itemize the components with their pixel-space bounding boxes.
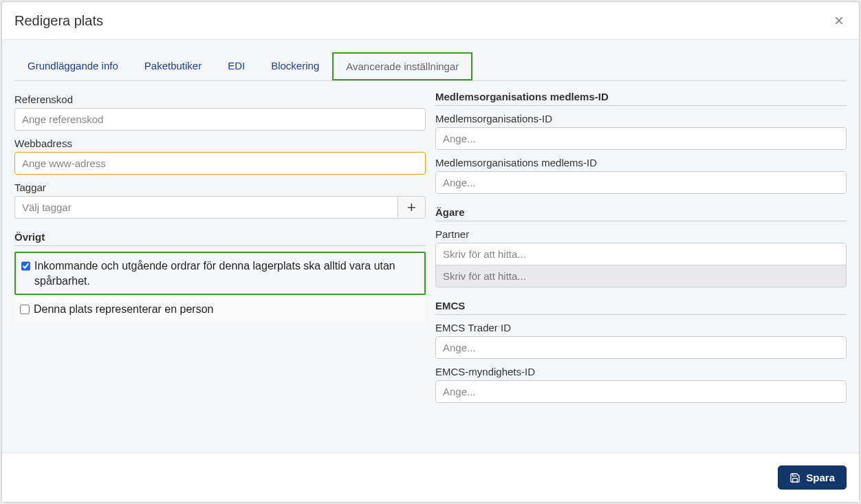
modal-header: Redigera plats × bbox=[2, 2, 859, 40]
emcs-authority-id-label: EMCS-myndighets-ID bbox=[435, 366, 847, 377]
reference-code-label: Referenskod bbox=[14, 94, 426, 105]
memberorg-id-label: Medlemsorganisations-ID bbox=[435, 113, 847, 124]
memberorg-id-input[interactable] bbox=[435, 127, 847, 150]
tags-add-button[interactable]: + bbox=[397, 196, 426, 219]
partner-label: Partner bbox=[435, 228, 847, 240]
untraceable-orders-row[interactable]: Inkommande och utgående ordrar för denna… bbox=[14, 252, 426, 295]
untraceable-orders-checkbox[interactable] bbox=[21, 261, 30, 271]
untraceable-orders-label: Inkommande och utgående ordrar för denna… bbox=[34, 259, 419, 288]
reference-code-input[interactable] bbox=[14, 108, 426, 131]
tab-blocking[interactable]: Blockering bbox=[258, 52, 332, 80]
tab-package-stores[interactable]: Paketbutiker bbox=[131, 52, 215, 80]
right-column: Medlemsorganisations medlems-ID Medlemso… bbox=[435, 87, 847, 403]
save-button[interactable]: Spara bbox=[778, 465, 847, 490]
memberorg-section-header: Medlemsorganisations medlems-ID bbox=[435, 91, 847, 106]
emcs-section-header: EMCS bbox=[435, 300, 847, 315]
memberorg-member-id-label: Medlemsorganisations medlems-ID bbox=[435, 157, 847, 168]
tab-advanced-settings[interactable]: Avancerade inställningar bbox=[332, 52, 472, 80]
other-section-header: Övrigt bbox=[14, 231, 426, 246]
emcs-authority-id-input[interactable] bbox=[435, 380, 847, 403]
partner-secondary-input: Skriv för att hitta... bbox=[435, 265, 847, 287]
modal-title: Redigera plats bbox=[14, 13, 103, 29]
close-button[interactable]: × bbox=[831, 12, 847, 29]
tags-input[interactable] bbox=[14, 196, 397, 219]
owner-section-header: Ägare bbox=[435, 206, 847, 221]
tags-label: Taggar bbox=[14, 182, 426, 193]
form-columns: Referenskod Webbadress Taggar + Övrigt I… bbox=[14, 87, 847, 403]
save-button-label: Spara bbox=[806, 472, 835, 483]
tab-edi[interactable]: EDI bbox=[215, 52, 258, 80]
memberorg-member-id-input[interactable] bbox=[435, 171, 847, 194]
other-checkbox-block: Inkommande och utgående ordrar för denna… bbox=[14, 252, 426, 322]
web-address-input[interactable] bbox=[14, 152, 426, 175]
left-column: Referenskod Webbadress Taggar + Övrigt I… bbox=[14, 87, 426, 403]
represents-person-row[interactable]: Denna plats representerar en person bbox=[14, 296, 426, 322]
edit-location-modal: Redigera plats × Grundläggande info Pake… bbox=[1, 1, 860, 503]
tags-row: + bbox=[14, 196, 426, 219]
tabs: Grundläggande info Paketbutiker EDI Bloc… bbox=[14, 52, 847, 81]
represents-person-checkbox[interactable] bbox=[20, 305, 30, 314]
emcs-trader-id-input[interactable] bbox=[435, 336, 847, 359]
partner-input[interactable] bbox=[435, 243, 847, 265]
modal-footer: Spara bbox=[2, 452, 859, 502]
modal-body: Grundläggande info Paketbutiker EDI Bloc… bbox=[2, 40, 859, 452]
tab-basic-info[interactable]: Grundläggande info bbox=[14, 52, 131, 80]
web-address-label: Webbadress bbox=[14, 138, 426, 149]
represents-person-label: Denna plats representerar en person bbox=[34, 302, 214, 317]
save-icon bbox=[789, 472, 800, 483]
emcs-trader-id-label: EMCS Trader ID bbox=[435, 322, 847, 333]
